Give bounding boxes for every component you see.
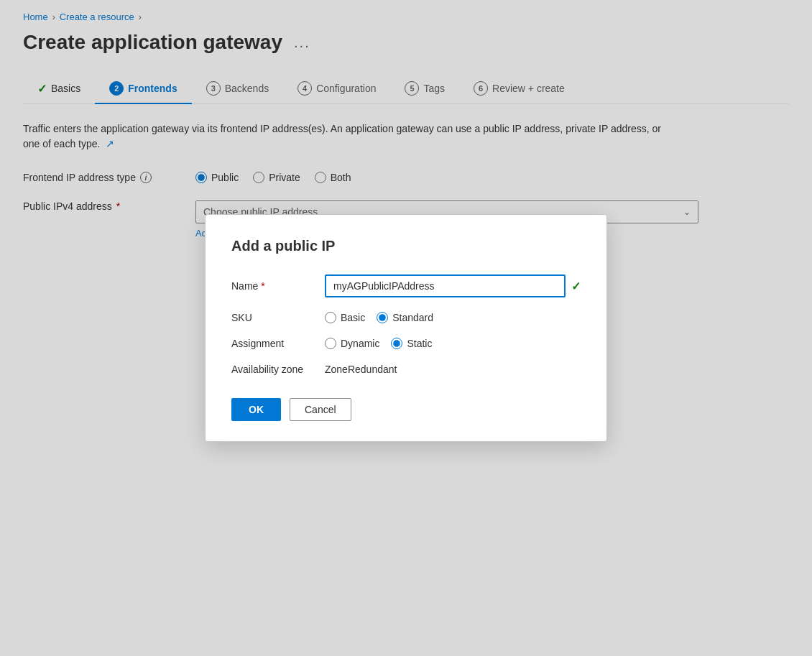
modal-backdrop: Add a public IP Name * ✓ SKU Basic [0,0,812,267]
add-public-ip-modal: Add a public IP Name * ✓ SKU Basic [205,214,607,267]
modal-title: Add a public IP [231,238,581,254]
